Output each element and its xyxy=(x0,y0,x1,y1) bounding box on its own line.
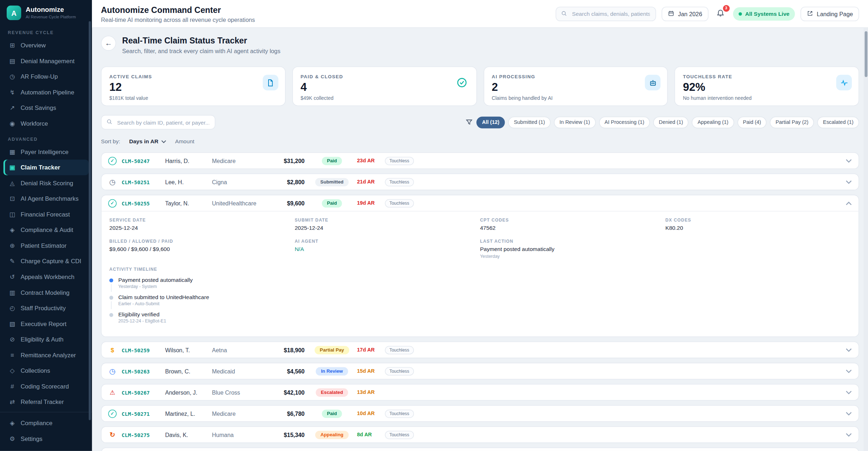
sidebar-item[interactable]: ◷ AR Follow-Up xyxy=(3,69,89,84)
landing-page-button[interactable]: Landing Page xyxy=(801,6,859,21)
claim-id-link[interactable]: CLM-50271 xyxy=(122,410,165,417)
sidebar-item[interactable]: # Coding Scorecard xyxy=(3,378,89,394)
filter-chip[interactable]: In Review (1) xyxy=(554,116,596,128)
claim-id-link[interactable]: CLM-50255 xyxy=(122,200,165,206)
sidebar-item[interactable]: ▣ Claim Tracker xyxy=(3,159,89,175)
claim-row[interactable]: ✓ CLM-50247 Harris, D. Medicare $31,200 … xyxy=(101,152,859,169)
claim-amount: $6,780 xyxy=(270,410,304,417)
sidebar-item[interactable]: ▧ Executive Report xyxy=(3,316,89,332)
claim-row-header[interactable]: ↻ CLM-50275 Davis, K. Humana $15,340 App… xyxy=(102,427,859,443)
claim-id-link[interactable]: CLM-50267 xyxy=(122,389,165,395)
chevron-expand-icon[interactable] xyxy=(846,369,852,373)
timeline-dot-icon xyxy=(109,313,113,317)
claim-row-header[interactable]: ⚠ CLM-50267 Anderson, J. Blue Cross $42,… xyxy=(102,385,859,400)
claim-row-header[interactable]: ✓ CLM-50283 Garcia, S. Aetna $3,200 Paid… xyxy=(102,448,859,451)
sidebar-item[interactable]: ↺ Appeals Workbench xyxy=(3,269,89,285)
claim-patient: Davis, K. xyxy=(165,432,212,438)
claim-days-in-ar: 10d AR xyxy=(357,411,385,417)
claim-id-link[interactable]: CLM-50259 xyxy=(122,347,165,353)
page-subtitle: Search, filter, and track every claim wi… xyxy=(122,47,280,54)
claim-row-header[interactable]: ✓ CLM-50247 Harris, D. Medicare $31,200 … xyxy=(102,153,859,169)
filter-chip[interactable]: Submitted (1) xyxy=(508,116,551,128)
main-scrollbar-thumb[interactable] xyxy=(864,31,867,77)
compliance-icon: ◈ xyxy=(8,419,16,427)
sidebar-item[interactable]: ✎ Charge Capture & CDI xyxy=(3,254,89,269)
sidebar-item[interactable]: ◉ Workforce xyxy=(3,116,89,131)
sidebar-item[interactable]: ◴ Staff Productivity xyxy=(3,300,89,316)
filter-chip[interactable]: Paid (4) xyxy=(737,116,767,128)
staff-productivity-icon: ◴ xyxy=(8,304,16,312)
sidebar-item[interactable]: ▥ Contract Modeling xyxy=(3,285,89,301)
claim-status-badge: Paid xyxy=(322,409,342,418)
claim-row[interactable]: ✓ CLM-50283 Garcia, S. Aetna $3,200 Paid… xyxy=(101,447,859,451)
back-button[interactable]: ← xyxy=(101,36,116,51)
sidebar-item-label: Remittance Analyzer xyxy=(20,352,76,358)
sidebar-item[interactable]: ◬ Denial Risk Scoring xyxy=(3,175,89,191)
claims-search-input[interactable] xyxy=(116,118,210,126)
sidebar-item[interactable]: ◈ Compliance xyxy=(3,415,89,431)
sidebar-item[interactable]: ◫ Financial Forecast xyxy=(3,206,89,222)
claim-id-link[interactable]: CLM-50247 xyxy=(122,158,165,164)
sidebar-item[interactable]: ⚙ Settings xyxy=(3,431,89,447)
notifications-button[interactable]: 3 xyxy=(714,7,727,20)
chevron-expand-icon[interactable] xyxy=(846,348,852,352)
claim-row-header[interactable]: $ CLM-50259 Wilson, T. Aetna $18,900 Par… xyxy=(102,342,859,358)
filter-chip[interactable]: Appealing (1) xyxy=(692,116,734,128)
touchless-badge: Touchless xyxy=(385,199,414,207)
sidebar-item[interactable]: ▤ Denial Management xyxy=(3,53,89,69)
date-range-label: Jan 2026 xyxy=(678,10,702,17)
sidebar-item[interactable]: ↯ Automation Pipeline xyxy=(3,84,89,100)
sidebar-item[interactable]: ◈ Compliance & Audit xyxy=(3,222,89,238)
sidebar-item[interactable]: ≡ Remittance Analyzer xyxy=(3,347,89,363)
claim-id-link[interactable]: CLM-50263 xyxy=(122,368,165,374)
claim-row[interactable]: ⚠ CLM-50267 Anderson, J. Blue Cross $42,… xyxy=(101,384,859,401)
chevron-expand-icon[interactable] xyxy=(846,201,852,205)
claim-id-link[interactable]: CLM-50251 xyxy=(122,179,165,185)
last-action-time: Yesterday xyxy=(480,254,665,259)
sidebar-scrollbar[interactable] xyxy=(89,21,91,420)
timeline-title: Payment posted automatically xyxy=(118,277,192,283)
claim-row-header[interactable]: ✓ CLM-50255 Taylor, N. UnitedHealthcare … xyxy=(102,195,859,211)
claim-row-header[interactable]: ✓ CLM-50271 Martinez, L. Medicare $6,780… xyxy=(102,406,859,422)
global-search[interactable] xyxy=(556,6,657,21)
sidebar-item-label: Denial Risk Scoring xyxy=(20,180,73,186)
filter-chip[interactable]: Escalated (1) xyxy=(817,116,859,128)
sidebar-item[interactable]: ⊕ Patient Estimator xyxy=(3,238,89,254)
claim-id-link[interactable]: CLM-50275 xyxy=(122,432,165,438)
claim-row[interactable]: ✓ CLM-50271 Martinez, L. Medicare $6,780… xyxy=(101,405,859,422)
claim-amount: $4,560 xyxy=(270,368,304,374)
claim-row-header[interactable]: ◷ CLM-50251 Lee, H. Cigna $2,800 Submitt… xyxy=(102,174,859,190)
filter-chip[interactable]: Partial Pay (2) xyxy=(770,116,814,128)
claim-row-header[interactable]: ◷ CLM-50263 Brown, C. Medicaid $4,560 In… xyxy=(102,363,859,379)
filter-chip[interactable]: Denied (1) xyxy=(653,116,689,128)
main-scrollbar-track[interactable] xyxy=(864,28,868,451)
chevron-expand-icon[interactable] xyxy=(846,159,852,163)
filter-chip[interactable]: AI Processing (1) xyxy=(599,116,650,128)
sidebar-item[interactable]: ▦ Payer Intelligence xyxy=(3,144,89,160)
claim-row[interactable]: ◷ CLM-50263 Brown, C. Medicaid $4,560 In… xyxy=(101,363,859,380)
sidebar-item[interactable]: ◇ Collections xyxy=(3,363,89,378)
sort-dropdown[interactable]: Days in AR xyxy=(129,138,166,144)
ai-agent-label: AI AGENT xyxy=(295,239,480,244)
global-search-input[interactable] xyxy=(571,10,651,17)
sidebar-item[interactable]: ⊡ AI Agent Benchmarks xyxy=(3,191,89,206)
claim-row[interactable]: ✓ CLM-50255 Taylor, N. UnitedHealthcare … xyxy=(101,195,859,337)
claim-payer: Humana xyxy=(212,432,270,438)
chevron-expand-icon[interactable] xyxy=(846,390,852,394)
chevron-expand-icon[interactable] xyxy=(846,412,852,415)
filter-chip[interactable]: All (12) xyxy=(476,116,505,128)
claim-row[interactable]: ◷ CLM-50251 Lee, H. Cigna $2,800 Submitt… xyxy=(101,173,859,190)
sidebar-item[interactable]: ⊞ Overview xyxy=(3,37,89,53)
sort-by-label: Sort by: xyxy=(101,138,120,144)
sidebar-item[interactable]: ⊘ Eligibility & Auth xyxy=(3,331,89,347)
claim-patient: Harris, D. xyxy=(165,158,212,164)
sort-option-amount[interactable]: Amount xyxy=(175,138,195,144)
sidebar-item[interactable]: ⇄ Referral Tracker xyxy=(3,394,89,410)
chevron-expand-icon[interactable] xyxy=(846,180,852,184)
claim-row[interactable]: ↻ CLM-50275 Davis, K. Humana $15,340 App… xyxy=(101,426,859,443)
date-range-button[interactable]: Jan 2026 xyxy=(662,6,708,21)
sidebar-item[interactable]: ↗ Cost Savings xyxy=(3,100,89,116)
claims-search[interactable] xyxy=(101,115,215,129)
chevron-expand-icon[interactable] xyxy=(846,433,852,437)
claim-row[interactable]: $ CLM-50259 Wilson, T. Aetna $18,900 Par… xyxy=(101,341,859,358)
